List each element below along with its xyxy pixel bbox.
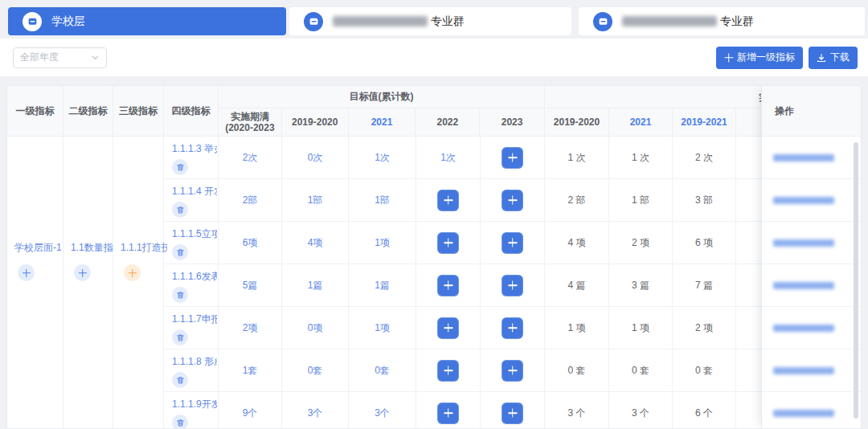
- download-button[interactable]: 下载: [809, 47, 858, 69]
- plus-icon: [444, 366, 452, 375]
- actual-value: 1 项: [609, 307, 673, 349]
- redacted-operation-link[interactable]: [773, 325, 834, 332]
- delete-icon[interactable]: [172, 329, 188, 345]
- plus-icon: [129, 269, 137, 277]
- add-target-value-button[interactable]: [437, 317, 459, 339]
- target-value[interactable]: 2次: [219, 137, 282, 179]
- add-target-value-button[interactable]: [437, 232, 459, 254]
- target-value[interactable]: 0套: [282, 349, 349, 392]
- target-value[interactable]: 1部: [349, 179, 416, 222]
- plus-icon: [444, 281, 452, 290]
- redacted-operation-link[interactable]: [773, 239, 834, 247]
- add-level2-indicator-button[interactable]: [18, 264, 35, 281]
- tab-school-label: 学校层: [51, 14, 85, 29]
- actual-value: 2 部: [545, 179, 609, 222]
- plus-icon: [444, 324, 452, 333]
- delete-icon[interactable]: [172, 244, 188, 260]
- target-value[interactable]: 2部: [219, 179, 282, 222]
- add-target-value-button[interactable]: [502, 232, 523, 254]
- tab-professional-group-1[interactable]: 专业群: [289, 7, 571, 35]
- target-value[interactable]: 1次: [349, 137, 416, 179]
- redacted-operation-link[interactable]: [773, 154, 834, 161]
- actual-value: 0 套: [609, 349, 673, 392]
- col-header-level2: 二级指标: [63, 86, 113, 136]
- table-header: 一级指标 二级指标 三级指标 四级指标 目标值(累计数) 实施期满(2020-2…: [7, 86, 861, 137]
- level4-indicator-link[interactable]: 1.1.1.7申报教: [172, 313, 217, 325]
- tab-professional-group-2[interactable]: 专业群: [579, 7, 865, 35]
- actual-value: 3 个: [609, 392, 673, 428]
- level4-indicator-link[interactable]: 1.1.1.4 开发课: [172, 186, 217, 198]
- target-value[interactable]: 0次: [282, 137, 349, 179]
- plus-icon: [724, 53, 733, 62]
- target-value[interactable]: 6项: [219, 222, 282, 264]
- target-value[interactable]: 5篇: [219, 264, 282, 307]
- target-value[interactable]: 3个: [282, 392, 349, 428]
- col-header-actual-2019-2021[interactable]: 2019-2021: [673, 108, 736, 136]
- redacted-tab-label: [622, 16, 717, 27]
- add-target-value-button[interactable]: [437, 360, 459, 382]
- add-target-value-button[interactable]: [502, 402, 523, 424]
- delete-icon[interactable]: [172, 372, 188, 388]
- level1-indicator-link[interactable]: 学校层面-1.产: [14, 241, 61, 255]
- add-target-value-button[interactable]: [502, 147, 523, 169]
- col-header-level1: 一级指标: [7, 86, 63, 136]
- target-value[interactable]: 1部: [282, 179, 349, 222]
- col-header-2021[interactable]: 2021: [349, 108, 416, 136]
- year-filter-value: 全部年度: [20, 51, 59, 64]
- col-header-actual-2021[interactable]: 2021: [609, 108, 673, 136]
- target-value[interactable]: 4项: [282, 222, 349, 264]
- target-value[interactable]: 1次: [416, 137, 481, 179]
- delete-icon[interactable]: [172, 287, 188, 303]
- level4-indicator-link[interactable]: 1.1.1.9开发专: [172, 398, 217, 411]
- add-target-value-button[interactable]: [502, 360, 523, 382]
- delete-icon[interactable]: [172, 159, 188, 175]
- level4-indicator-link[interactable]: 1.1.1.5立项课: [172, 228, 217, 240]
- col-header-implementation-period: 实施期满(2020-2023: [219, 108, 282, 136]
- year-filter-select[interactable]: 全部年度: [13, 47, 107, 68]
- target-value[interactable]: 3个: [349, 392, 416, 428]
- add-level4-indicator-button[interactable]: [124, 264, 141, 281]
- level4-indicator-link[interactable]: 1.1.1.3 举办省: [172, 143, 217, 155]
- level3-indicator-link[interactable]: 1.1.1打造技术: [121, 241, 167, 255]
- add-target-value-button[interactable]: [437, 275, 459, 296]
- target-value[interactable]: 1项: [349, 307, 416, 349]
- target-value[interactable]: 0套: [349, 349, 416, 392]
- redacted-operation-link[interactable]: [773, 282, 834, 289]
- col-header-actual-2019-2020: 2019-2020: [545, 108, 609, 136]
- tab-school-level[interactable]: 学校层: [8, 7, 286, 35]
- target-value[interactable]: 9个: [219, 392, 282, 428]
- tab-badge-icon: [23, 12, 42, 31]
- redacted-operation-link[interactable]: [773, 197, 834, 204]
- add-target-value-button[interactable]: [437, 402, 459, 424]
- target-value[interactable]: 2项: [219, 307, 282, 349]
- vertical-scrollbar[interactable]: [854, 142, 858, 419]
- redacted-operation-link[interactable]: [773, 410, 834, 417]
- target-value[interactable]: 0项: [282, 307, 349, 349]
- add-level1-indicator-button[interactable]: 新增一级指标: [716, 47, 803, 69]
- delete-icon[interactable]: [172, 202, 188, 218]
- delete-icon[interactable]: [172, 415, 188, 428]
- add-target-value-button[interactable]: [437, 190, 459, 211]
- level4-indicator-link[interactable]: 1.1.1.6发表论: [172, 271, 217, 283]
- actual-value: 7 篇: [673, 264, 736, 307]
- toolbar-actions: 新增一级指标 下载: [716, 47, 858, 69]
- add-target-value-button[interactable]: [502, 317, 523, 339]
- actual-value: 1 次: [545, 137, 609, 179]
- target-value[interactable]: 1篇: [282, 264, 349, 307]
- redacted-operation-link[interactable]: [773, 367, 834, 374]
- level4-indicator-link[interactable]: 1.1.1.8 形成职: [172, 356, 217, 368]
- add-target-value-button[interactable]: [502, 190, 523, 211]
- target-value[interactable]: 1项: [349, 222, 416, 264]
- add-target-value-button[interactable]: [502, 275, 523, 296]
- actual-value: 0 套: [545, 349, 609, 392]
- add-level3-indicator-button[interactable]: [74, 264, 91, 281]
- col-header-level4: 四级指标: [164, 86, 219, 136]
- actual-value: 6 个: [673, 392, 736, 428]
- plus-icon: [79, 269, 87, 277]
- level2-indicator-link[interactable]: 1.1数量指标: [71, 241, 117, 255]
- col-header-2022: 2022: [416, 108, 480, 136]
- target-value[interactable]: 1套: [219, 349, 282, 392]
- level3-indicator-cell: 1.1.1打造技术: [113, 137, 164, 428]
- plus-icon: [508, 239, 517, 247]
- target-value[interactable]: 1篇: [349, 264, 416, 307]
